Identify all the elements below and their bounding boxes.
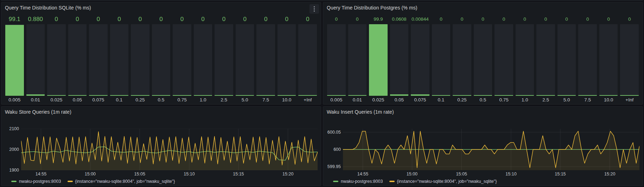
- bar-cell: 0.8800.01: [26, 13, 45, 103]
- axis-corner: [323, 170, 341, 177]
- histogram-bar: [278, 24, 296, 96]
- timeseries-svg: [21, 129, 318, 170]
- legend-item[interactable]: {instance="nwaku-sqlite:8004", job="nwak…: [389, 179, 497, 184]
- bar-cell: 00.075: [89, 13, 108, 103]
- histogram-bar: [131, 24, 149, 96]
- panel-title-store-queries[interactable]: Waku Store Queries (1m rate): [5, 109, 71, 115]
- histogram-bar-fill: [432, 95, 451, 96]
- histogram-bar-fill: [495, 95, 513, 96]
- bar-cell: 0.06080.05: [390, 13, 409, 103]
- bar-cell: 07.5: [578, 13, 597, 103]
- panel-title-sqlite[interactable]: Query Time Distribution SQLite (% ms): [5, 5, 91, 11]
- panel-header: Query Time Distribution SQLite (% ms): [1, 2, 321, 13]
- bucket-label: 0.025: [369, 96, 388, 103]
- panel-header: Waku Insert Queries (1m rate): [323, 107, 643, 117]
- histogram-bar: [495, 24, 513, 96]
- bar-cell: 00.1: [110, 13, 129, 103]
- bar-value-label: 0: [474, 15, 492, 23]
- panel-title-insert-queries[interactable]: Waku Insert Queries (1m rate): [327, 109, 394, 115]
- legend-item[interactable]: {instance="nwaku-sqlite:8004", job="nwak…: [68, 179, 175, 184]
- histogram-bar-fill: [131, 95, 149, 96]
- bar-value-label: 0: [236, 15, 254, 23]
- x-tick-label: 14:55: [357, 172, 368, 176]
- panel-title-postgres[interactable]: Query Time Distribution Postgres (% ms): [327, 5, 417, 11]
- bar-gauge-postgres: 00.00500.0199.90.0250.06080.050.008440.0…: [323, 13, 643, 104]
- histogram-bar-fill: [89, 95, 108, 96]
- histogram-bar-fill: [47, 95, 66, 96]
- histogram-bar: [557, 24, 576, 96]
- histogram-bar-fill: [578, 95, 597, 96]
- y-axis: 210020001900: [1, 129, 19, 170]
- y-tick-label: 599.95: [327, 164, 341, 169]
- bar-cell: 01.0: [194, 13, 212, 103]
- histogram-bar-fill: [390, 94, 409, 96]
- histogram-bar-fill: [620, 95, 639, 96]
- bar-cell: 00.75: [495, 13, 513, 103]
- bucket-label: 5.0: [557, 96, 576, 103]
- legend-label: {instance="nwaku-sqlite:8004", job="nwak…: [75, 179, 175, 184]
- bar-cell: 99.90.025: [369, 13, 388, 103]
- bar-cell: 00.01: [348, 13, 367, 103]
- bucket-label: 2.5: [536, 96, 555, 103]
- legend-item[interactable]: nwaku-postgres:8003: [11, 179, 61, 184]
- timeseries-insert: 600.05600599.95 14:5515:0015:0515:1015:1…: [323, 117, 643, 177]
- bar-value-label: 0: [599, 15, 618, 23]
- bar-value-label: 0: [131, 15, 149, 23]
- histogram-bar: [152, 24, 171, 96]
- histogram-bar: [256, 24, 275, 96]
- bar-value-label: 0: [432, 15, 451, 23]
- x-tick-label: 15:15: [233, 172, 244, 176]
- histogram-bar-fill: [599, 95, 618, 96]
- panel-waku-insert-queries: Waku Insert Queries (1m rate) 600.056005…: [323, 106, 643, 186]
- row-above-edge: [1, 0, 643, 1]
- histogram-bar-fill: [369, 24, 388, 96]
- legend-label: nwaku-postgres:8003: [19, 179, 61, 184]
- x-tick-label: 15:15: [555, 172, 566, 176]
- bar-value-label: 0: [110, 15, 129, 23]
- histogram-bar-fill: [173, 95, 191, 96]
- histogram-bar-fill: [516, 95, 534, 96]
- dashboard-grid: Query Time Distribution SQLite (% ms) 99…: [1, 2, 643, 186]
- bucket-label: 0.1: [432, 96, 451, 103]
- bar-value-label: 0: [215, 15, 233, 23]
- plot-area[interactable]: [343, 129, 639, 170]
- bar-value-label: 0: [256, 15, 275, 23]
- bucket-label: 0.01: [26, 96, 45, 103]
- bar-cell: 00.025: [47, 13, 66, 103]
- plot-area[interactable]: [21, 129, 318, 170]
- bar-value-label: 0: [327, 15, 346, 23]
- timeseries-svg: [343, 129, 639, 170]
- panel-query-time-postgres: Query Time Distribution Postgres (% ms) …: [323, 2, 643, 105]
- x-tick-label: 15:00: [407, 172, 417, 176]
- histogram-bar: [474, 24, 492, 96]
- bar-cell: 99.10.005: [5, 13, 24, 103]
- x-tick-label: 15:20: [282, 172, 293, 176]
- x-tick-label: 15:20: [604, 172, 615, 176]
- histogram-bar: [26, 24, 45, 96]
- y-tick-label: 1900: [9, 168, 19, 173]
- histogram-bar-fill: [411, 94, 429, 96]
- panel-menu-kebab-icon[interactable]: [310, 4, 319, 14]
- legend-item[interactable]: nwaku-postgres:8003: [333, 179, 383, 184]
- histogram-bar-fill: [536, 95, 555, 96]
- bar-value-label: 0.880: [26, 15, 45, 23]
- bucket-label: 0.75: [495, 96, 513, 103]
- histogram-bar: [298, 24, 317, 96]
- bar-cell: 0+Inf: [620, 13, 639, 103]
- bar-gauge-sqlite: 99.10.0050.8800.0100.02500.0500.07500.10…: [1, 13, 321, 104]
- bar-value-label: 0: [453, 15, 471, 23]
- bucket-label: 7.5: [256, 96, 275, 103]
- y-tick-label: 2100: [9, 126, 19, 131]
- histogram-bar-fill: [557, 95, 576, 96]
- y-tick-label: 600: [333, 147, 341, 152]
- histogram-bar: [453, 24, 471, 96]
- bar-cell: 07.5: [256, 13, 275, 103]
- bar-value-label: 99.9: [369, 15, 388, 23]
- bucket-label: +Inf: [620, 96, 639, 103]
- histogram-bar: [369, 24, 388, 96]
- bucket-label: 0.005: [327, 96, 346, 103]
- y-tick-label: 600.05: [327, 130, 341, 135]
- histogram-bar-fill: [215, 95, 233, 96]
- histogram-bar: [620, 24, 639, 96]
- bucket-label: 7.5: [578, 96, 597, 103]
